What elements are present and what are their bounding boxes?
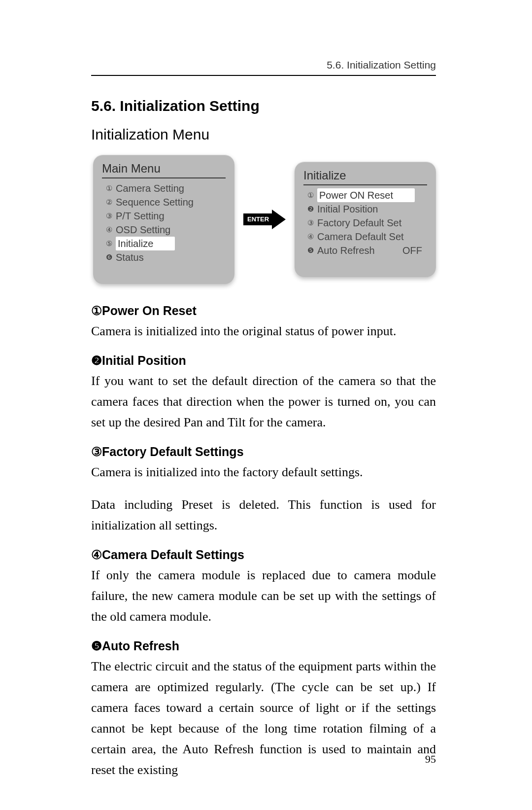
page-number: 95 — [425, 753, 436, 766]
menu-item-marker: ② — [105, 195, 113, 209]
main-menu-item[interactable]: ② Sequence Setting — [102, 195, 226, 209]
body-paragraph: The electric circuit and the status of t… — [91, 656, 436, 780]
enter-arrow-icon: ENTER — [243, 210, 286, 229]
menu-item-marker: ③ — [306, 216, 314, 230]
item-heading: ③Factory Default Settings — [91, 445, 436, 459]
menu-item-label: Initial Position — [317, 202, 378, 216]
menu-item-label: Auto Refresh — [317, 244, 375, 257]
item-heading: ④Camera Default Settings — [91, 548, 436, 562]
body-paragraph: Camera is initialized into the original … — [91, 321, 436, 342]
item-heading-marker: ① — [91, 304, 102, 317]
item-heading-text: Factory Default Settings — [102, 445, 244, 458]
menu-item-marker: ④ — [306, 230, 314, 244]
body-paragraph: Data including Preset is deleted. This f… — [91, 494, 436, 536]
menu-item-marker: ❺ — [306, 244, 314, 257]
initialize-menu-item[interactable]: ④ Camera Default Set — [303, 230, 427, 244]
menu-item-marker: ③ — [105, 209, 113, 223]
item-heading-text: Power On Reset — [102, 304, 197, 317]
page-header-label: 5.6. Initialization Setting — [91, 59, 436, 75]
initialize-menu-title: Initialize — [303, 169, 427, 184]
page: 5.6. Initialization Setting 5.6. Initial… — [0, 0, 532, 810]
main-menu-title: Main Menu — [102, 162, 226, 177]
main-menu-card: Main Menu ① Camera Setting ② Sequence Se… — [93, 155, 234, 284]
menu-item-label: P/T Setting — [116, 209, 165, 223]
initialize-menu-underline — [303, 184, 427, 185]
main-menu-item[interactable]: ④ OSD Setting — [102, 223, 226, 237]
menu-item-label: Status — [116, 250, 144, 264]
menu-item-marker: ❷ — [306, 202, 314, 216]
item-heading-text: Initial Position — [102, 353, 186, 367]
initialize-menu-item-selected[interactable]: ① Power ON Reset — [303, 188, 427, 202]
menu-item-label: Camera Setting — [116, 181, 184, 195]
menu-item-marker: ① — [306, 188, 314, 202]
header-rule — [91, 75, 436, 76]
menu-item-marker: ① — [105, 181, 113, 195]
item-heading-marker: ❺ — [91, 639, 102, 653]
menu-item-label: Factory Default Set — [317, 216, 401, 230]
main-menu-item[interactable]: ❻ Status — [102, 250, 226, 264]
menu-item-label: Camera Default Set — [317, 230, 404, 244]
menu-item-marker: ④ — [105, 223, 113, 237]
item-heading-marker: ③ — [91, 445, 102, 458]
initialize-menu-card: Initialize ① Power ON Reset ❷ Initial Po… — [295, 162, 436, 277]
main-menu-list: ① Camera Setting ② Sequence Setting ③ P/… — [102, 181, 226, 264]
main-menu-item[interactable]: ③ P/T Setting — [102, 209, 226, 223]
item-heading-text: Camera Default Settings — [102, 548, 244, 562]
item-heading: ❷Initial Position — [91, 353, 436, 368]
item-heading: ①Power On Reset — [91, 304, 436, 318]
item-heading-marker: ❷ — [91, 353, 102, 367]
main-menu-item-selected[interactable]: ⑤ Initialize — [102, 237, 226, 250]
initialize-menu-item[interactable]: ❺ Auto Refresh OFF — [303, 244, 427, 257]
initialize-menu-item[interactable]: ③ Factory Default Set — [303, 216, 427, 230]
menu-item-label: OSD Setting — [116, 223, 170, 237]
menu-item-label: Power ON Reset — [317, 188, 415, 202]
menu-item-marker: ❻ — [105, 250, 113, 264]
item-heading: ❺Auto Refresh — [91, 639, 436, 653]
body-paragraph: If you want to set the default direction… — [91, 371, 436, 433]
initialize-menu-list: ① Power ON Reset ❷ Initial Position ③ Fa… — [303, 188, 427, 257]
initialize-menu-item[interactable]: ❷ Initial Position — [303, 202, 427, 216]
menu-item-label: Initialize — [116, 237, 175, 250]
section-subtitle: Initialization Menu — [91, 126, 436, 143]
menu-item-label: Sequence Setting — [116, 195, 194, 209]
main-menu-item[interactable]: ① Camera Setting — [102, 181, 226, 195]
body-paragraph: If only the camera module is replaced du… — [91, 565, 436, 627]
body-paragraph: Camera is initialized into the factory d… — [91, 462, 436, 483]
item-heading-text: Auto Refresh — [102, 639, 179, 653]
item-heading-marker: ④ — [91, 548, 102, 562]
menu-item-value: OFF — [402, 244, 422, 257]
menu-item-marker: ⑤ — [105, 237, 113, 250]
menu-figure: Main Menu ① Camera Setting ② Sequence Se… — [91, 155, 436, 284]
section-title: 5.6. Initialization Setting — [91, 98, 436, 114]
enter-label: ENTER — [247, 215, 269, 223]
main-menu-underline — [102, 177, 226, 178]
